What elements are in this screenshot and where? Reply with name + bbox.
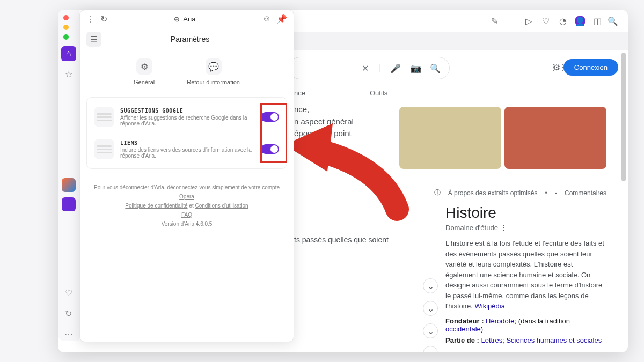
expand-button[interactable]: ⌄ xyxy=(423,278,438,293)
faq-link[interactable]: FAQ xyxy=(181,212,192,218)
kp-description: L'histoire est à la fois l'étude et l'éc… xyxy=(445,238,606,312)
search-submit-icon[interactable]: 🔍 xyxy=(430,63,441,73)
scrollbar[interactable] xyxy=(621,53,626,181)
mic-icon[interactable]: 🎤 xyxy=(390,63,401,73)
privacy-link[interactable]: Politique de confidentialité xyxy=(125,203,187,209)
expand-button[interactable]: ⌄ xyxy=(423,323,438,338)
toggle-google-suggestions[interactable] xyxy=(261,112,279,122)
kp-title: Histoire xyxy=(445,204,606,221)
result-text-fragment: ts passés quelles que soient xyxy=(294,235,389,244)
snippet-meta: ⓘÀ propos des extraits optimisés • ▪Comm… xyxy=(434,188,606,197)
home-icon[interactable]: ⌂ xyxy=(61,46,76,61)
screenshot-icon[interactable]: ⛶ xyxy=(507,16,516,26)
kp-subtitle: Domaine d'étude ⋮ xyxy=(445,224,606,232)
setting-title: SUGGESTIONS GOOGLE xyxy=(120,108,254,114)
lens-icon[interactable]: 📷 xyxy=(411,63,420,73)
minimize-window[interactable] xyxy=(63,25,69,30)
featured-snippet: nce, n aspect général époque, le point d… xyxy=(294,104,401,152)
aria-top-bar: ⋮ ↻ ⊕ Aria ☺ 📌 xyxy=(80,10,294,28)
heart-icon[interactable]: ♡ xyxy=(541,16,551,26)
history-icon[interactable]: ↻ xyxy=(61,306,76,321)
kp-founder: Fondateur : Hérodote; (dans la tradition… xyxy=(445,317,606,333)
list-icon xyxy=(94,139,114,159)
settings-card: SUGGESTIONS GOOGLE Afficher les suggesti… xyxy=(86,97,287,169)
star-icon[interactable]: ☆ xyxy=(61,67,76,82)
aria-shortcut[interactable] xyxy=(62,197,76,211)
edit-icon[interactable]: ✎ xyxy=(489,16,499,26)
setting-links: LIENS Inclure des liens vers des sources… xyxy=(87,133,287,165)
aria-panel: ⋮ ↻ ⊕ Aria ☺ 📌 ☰ Paramètres ⚙ Général 💬 … xyxy=(79,10,294,342)
extension-icon[interactable]: ◫ xyxy=(592,16,602,26)
more-rail-icon[interactable]: ⋯ xyxy=(61,326,76,341)
kp-partof: Partie de : Lettres; Sciences humaines e… xyxy=(445,336,606,344)
setting-desc: Inclure des liens vers des sources d'inf… xyxy=(120,147,254,159)
heart-rail-icon[interactable]: ♡ xyxy=(61,285,76,300)
setting-title: LIENS xyxy=(120,140,254,146)
result-image[interactable] xyxy=(504,107,606,169)
result-image[interactable] xyxy=(399,107,501,169)
version-text: Version d'Aria 4.6.0.5 xyxy=(93,219,281,228)
setting-google-suggestions: SUGGESTIONS GOOGLE Afficher les suggesti… xyxy=(87,101,287,133)
search-results: nce, n aspect général époque, le point d… xyxy=(294,104,606,352)
toggle-links[interactable] xyxy=(261,144,279,154)
timer-icon[interactable]: ◔ xyxy=(558,16,568,26)
login-button[interactable]: Connexion xyxy=(564,59,618,76)
about-snippets-link[interactable]: À propos des extraits optimisés xyxy=(448,189,538,197)
expand-button[interactable]: ⌄ xyxy=(423,346,438,352)
tab-nce[interactable]: nce xyxy=(294,89,305,97)
expand-button[interactable]: ⌄ xyxy=(423,301,438,316)
gear-icon: ⚙ xyxy=(136,58,152,75)
founder-link[interactable]: Hérodote xyxy=(486,317,514,325)
terms-link[interactable]: Conditions d'utilisation xyxy=(195,203,248,209)
pin-icon[interactable]: 📌 xyxy=(276,14,287,24)
clear-icon[interactable]: ✕ xyxy=(362,63,369,73)
close-window[interactable] xyxy=(63,15,69,20)
tab-feedback[interactable]: 💬 Retour d'information xyxy=(187,58,240,85)
emoji-icon[interactable]: ☺ xyxy=(262,14,271,24)
list-icon xyxy=(94,107,114,127)
app-shortcut[interactable] xyxy=(62,178,76,192)
window-controls xyxy=(63,15,69,40)
tab-general[interactable]: ⚙ Général xyxy=(134,58,155,85)
more-menu-icon[interactable]: ⋮ xyxy=(86,14,95,24)
toolbar-icons: ✎ ⛶ ▷ ♡ ◔ 👤 ◫ xyxy=(489,16,602,26)
aria-header: ☰ Paramètres xyxy=(80,28,294,50)
setting-desc: Afficher les suggestions de recherche Go… xyxy=(120,115,254,127)
user-icon[interactable]: 👤 xyxy=(575,16,585,26)
chat-icon: 💬 xyxy=(206,58,222,75)
partof-link[interactable]: Sciences humaines et sociales xyxy=(506,336,602,344)
sidebar-rail: ⌂ ☆ ♡ ↻ ⋯ xyxy=(58,10,79,341)
knowledge-panel: Histoire Domaine d'étude ⋮ L'histoire es… xyxy=(445,204,606,352)
aria-tabs: ⚙ Général 💬 Retour d'information xyxy=(80,50,294,93)
search-icon[interactable]: 🔍 xyxy=(608,16,618,26)
partof-link[interactable]: Lettres xyxy=(481,336,502,344)
tab-tools[interactable]: Outils xyxy=(370,89,387,97)
tradition-link[interactable]: occidentale xyxy=(445,325,481,333)
comments-link[interactable]: Commentaires xyxy=(565,189,606,197)
maximize-window[interactable] xyxy=(63,34,69,40)
result-images xyxy=(399,107,606,169)
refresh-icon[interactable]: ↻ xyxy=(100,14,107,24)
aria-footer: Pour vous déconnecter d'Aria, déconnecte… xyxy=(80,173,294,238)
wikipedia-link[interactable]: Wikipédia xyxy=(475,302,505,310)
search-tabs: nce Outils xyxy=(294,89,387,97)
settings-heading: Paramètres xyxy=(93,35,287,43)
aria-title: ⊕ Aria xyxy=(113,15,257,23)
google-search-box[interactable]: ✕ | 🎤 📷 🔍 xyxy=(289,57,450,79)
play-icon[interactable]: ▷ xyxy=(524,16,533,26)
